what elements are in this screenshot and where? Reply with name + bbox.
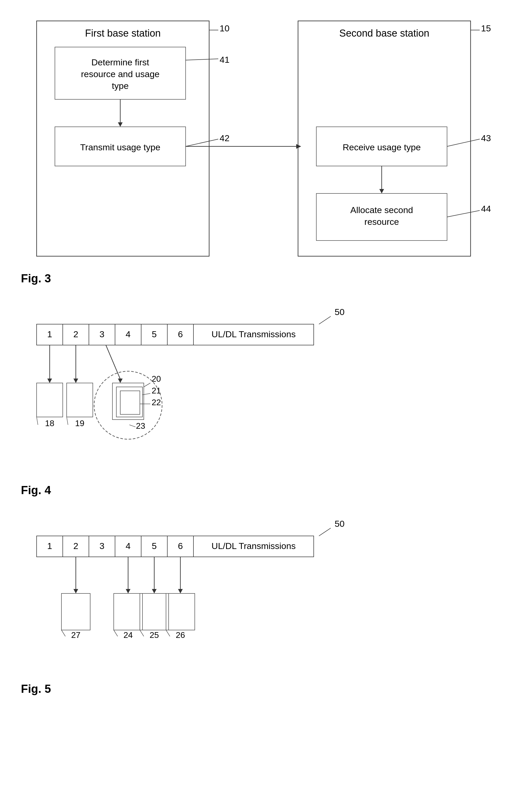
f5-slot6-label: 6	[178, 541, 183, 551]
fig5-ref50: 50	[335, 519, 345, 529]
fig5-label: Fig. 5	[21, 682, 488, 696]
box19-label: 19	[75, 418, 84, 428]
ref20: 20	[151, 374, 161, 383]
ref-15: 15	[481, 23, 491, 33]
f5-slot4-label: 4	[126, 541, 131, 551]
f5-ref24: 24	[124, 630, 133, 640]
step2-text: Transmit usage type	[80, 142, 161, 152]
slot5-label: 5	[152, 329, 157, 339]
second-station-label: Second base station	[339, 28, 429, 39]
ref23-line	[129, 425, 135, 427]
step1-line1: Determine first	[91, 57, 149, 67]
arrowhead-slot2	[73, 378, 78, 383]
f5-slot5-label: 5	[152, 541, 157, 551]
f5-ref24-line	[114, 630, 117, 636]
fig4-ref50-line	[319, 316, 331, 324]
slot1-label: 1	[47, 329, 52, 339]
arrowhead-slot1	[47, 378, 52, 383]
ref-10: 10	[219, 23, 230, 33]
ref22: 22	[151, 398, 161, 407]
step4-line2: resource	[365, 217, 399, 227]
cross-arrowhead	[296, 144, 301, 149]
ref43-line	[447, 139, 480, 146]
uldl-label: UL/DL Transmissions	[211, 329, 296, 339]
f5-ref25: 25	[149, 630, 159, 640]
f5-box26	[166, 594, 195, 630]
first-station-label: First base station	[85, 28, 161, 39]
fig5-container: 50 1 2 3 4 5 6 UL/DL Transmissions	[21, 512, 488, 696]
ref44-line	[447, 210, 480, 217]
f5-arrowhead-slot5	[152, 589, 157, 594]
slot2-label: 2	[73, 329, 78, 339]
f5-ref27-line	[61, 630, 65, 636]
f5-ref27: 27	[71, 630, 80, 640]
f5-arrowhead-slot4	[126, 589, 131, 594]
first-station-box	[37, 21, 209, 256]
ref-42: 42	[219, 133, 230, 143]
box19-refline	[67, 417, 68, 425]
slot4-label: 4	[126, 329, 131, 339]
fig4-ref50: 50	[335, 307, 345, 317]
ref20-line	[144, 383, 150, 387]
box22	[120, 391, 140, 414]
ref21: 21	[151, 386, 161, 395]
arrowhead-step1-step2	[118, 122, 123, 127]
box18	[37, 383, 63, 417]
f5-uldl-label: UL/DL Transmissions	[211, 541, 296, 551]
step1-line2: resource and usage	[81, 69, 160, 79]
fig3-label: Fig. 3	[21, 272, 488, 285]
ref-43: 43	[481, 133, 491, 143]
f5-slot1-label: 1	[47, 541, 52, 551]
fig4-container: 50 1 2 3 4 5 6 UL/DL Transmissions	[21, 301, 488, 497]
box18-label: 18	[45, 418, 55, 428]
ref23: 23	[136, 421, 145, 431]
ref42-line	[185, 139, 218, 146]
step4-line1: Allocate second	[350, 205, 413, 215]
f5-ref25-line	[140, 630, 144, 636]
f5-box25	[140, 594, 169, 630]
ref-44: 44	[481, 204, 491, 213]
f5-ref26-line	[166, 630, 170, 636]
box18-refline	[37, 417, 38, 425]
f5-slot3-label: 3	[100, 541, 105, 551]
arrowhead-step3-step4	[379, 189, 384, 194]
step3-text: Receive usage type	[343, 142, 421, 152]
slot3-label: 3	[100, 329, 105, 339]
slot6-label: 6	[178, 329, 183, 339]
page: First base station 10 Determine first re…	[0, 0, 509, 727]
f5-box27	[61, 594, 90, 630]
arrowhead-slot34	[118, 378, 123, 383]
arrow-slot34	[106, 345, 120, 379]
fig3-wrapper: First base station 10 Determine first re…	[21, 16, 488, 285]
fig4-label: Fig. 4	[21, 484, 488, 497]
f5-ref26: 26	[176, 630, 185, 640]
ref-41: 41	[219, 55, 230, 65]
f5-box24	[114, 594, 142, 630]
fig5-ref50-line	[319, 528, 331, 536]
box19	[67, 383, 93, 417]
ref41-line	[185, 59, 218, 60]
f5-arrowhead-slot2	[73, 589, 78, 594]
f5-arrowhead-slot6	[178, 589, 183, 594]
f5-slot2-label: 2	[73, 541, 78, 551]
step1-line3: type	[112, 81, 129, 91]
